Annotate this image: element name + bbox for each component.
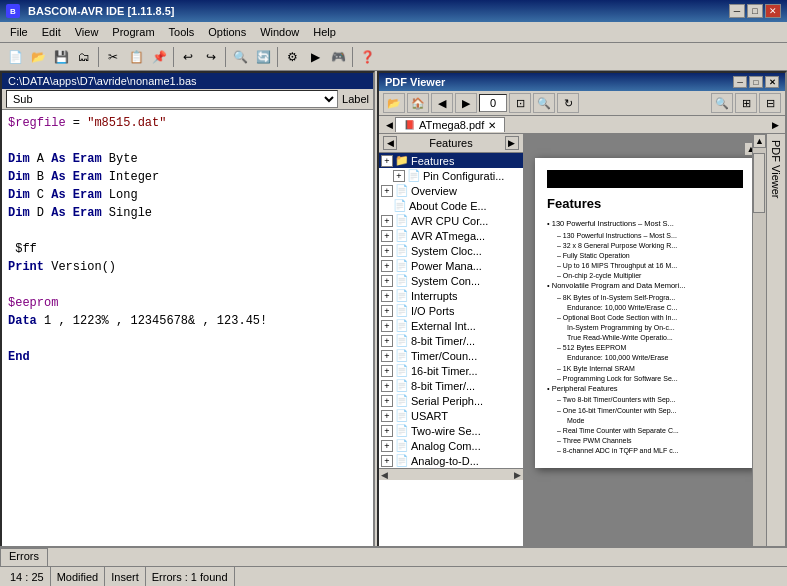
expand-icon-avratmega[interactable]: +	[381, 230, 393, 242]
pdf-vtrack[interactable]	[753, 148, 766, 559]
expand-icon-sysconfig[interactable]: +	[381, 275, 393, 287]
expand-icon-twowire[interactable]: +	[381, 425, 393, 437]
tree-arrow-left[interactable]: ◀	[381, 470, 388, 480]
menu-options[interactable]: Options	[202, 24, 252, 40]
expand-icon-interrupts[interactable]: +	[381, 290, 393, 302]
expand-icon-usart[interactable]: +	[381, 410, 393, 422]
pdf-zoom-width-btn[interactable]: ⊞	[735, 93, 757, 113]
pdf-tab-close[interactable]: ✕	[488, 120, 496, 131]
expand-icon-timerctr[interactable]: +	[381, 350, 393, 362]
tree-item-power[interactable]: + 📄 Power Mana...	[379, 258, 523, 273]
pdf-maximize[interactable]: □	[749, 76, 763, 88]
redo-button[interactable]: ↪	[200, 46, 222, 68]
tree-item-features[interactable]: + 📁 Features	[379, 153, 523, 168]
menu-help[interactable]: Help	[307, 24, 342, 40]
tree-item-ioports[interactable]: + 📄 I/O Ports	[379, 303, 523, 318]
tree-item-adc[interactable]: + 📄 Analog-to-D...	[379, 453, 523, 468]
pdf-vthumb[interactable]	[753, 153, 765, 213]
pdf-page-area[interactable]: ▲ Features • 130 Powerful Instructions –…	[524, 134, 766, 559]
expand-icon-extint[interactable]: +	[381, 320, 393, 332]
menu-tools[interactable]: Tools	[163, 24, 201, 40]
expand-icon-analogcomp[interactable]: +	[381, 440, 393, 452]
tree-item-extint[interactable]: + 📄 External Int...	[379, 318, 523, 333]
expand-icon-adc[interactable]: +	[381, 455, 393, 467]
expand-icon-timer8a[interactable]: +	[381, 335, 393, 347]
menu-file[interactable]: File	[4, 24, 34, 40]
expand-icon-power[interactable]: +	[381, 260, 393, 272]
tree-item-sysclock[interactable]: + 📄 System Cloc...	[379, 243, 523, 258]
save-button[interactable]: 💾	[50, 46, 72, 68]
tab-scroll-left[interactable]: ◀	[383, 118, 395, 132]
cut-button[interactable]: ✂	[102, 46, 124, 68]
tree-arrow-right[interactable]: ▶	[514, 470, 521, 480]
new-button[interactable]: 📄	[4, 46, 26, 68]
expand-icon-ioports[interactable]: +	[381, 305, 393, 317]
open-button[interactable]: 📂	[27, 46, 49, 68]
undo-button[interactable]: ↩	[177, 46, 199, 68]
tree-back-btn[interactable]: ◀	[383, 136, 397, 150]
help-button[interactable]: ❓	[356, 46, 378, 68]
tree-item-pin[interactable]: + 📄 Pin Configurati...	[379, 168, 523, 183]
tree-forward-btn[interactable]: ▶	[505, 136, 519, 150]
search-button[interactable]: 🔍	[229, 46, 251, 68]
compile-button[interactable]: ⚙	[281, 46, 303, 68]
save-all-button[interactable]: 🗂	[73, 46, 95, 68]
pdf-zoom-in-btn[interactable]: 🔍	[533, 93, 555, 113]
tree-item-spi[interactable]: + 📄 Serial Periph...	[379, 393, 523, 408]
expand-icon-sysclock[interactable]: +	[381, 245, 393, 257]
menu-view[interactable]: View	[69, 24, 105, 40]
tree-item-interrupts[interactable]: + 📄 Interrupts	[379, 288, 523, 303]
tree-item-overview[interactable]: + 📄 Overview	[379, 183, 523, 198]
sub-select[interactable]: Sub	[6, 90, 338, 108]
pdf-rotate-btn[interactable]: ↻	[557, 93, 579, 113]
pdf-sidebar-tab[interactable]: PDF Viewer	[766, 134, 785, 573]
tree-item-timerctr[interactable]: + 📄 Timer/Coun...	[379, 348, 523, 363]
pdf-thumb-btn[interactable]: ⊟	[759, 93, 781, 113]
pdf-forward-btn[interactable]: ▶	[455, 93, 477, 113]
tree-item-analogcomp[interactable]: + 📄 Analog Com...	[379, 438, 523, 453]
tab-scroll-right[interactable]: ▶	[769, 118, 781, 132]
expand-icon-avrcpu[interactable]: +	[381, 215, 393, 227]
program-button[interactable]: ▶	[304, 46, 326, 68]
close-button[interactable]: ✕	[765, 4, 781, 18]
tree-item-usart[interactable]: + 📄 USART	[379, 408, 523, 423]
pdf-zoom-out-btn[interactable]: 🔍	[711, 93, 733, 113]
pdf-vscrollbar[interactable]: ▲ ▼	[752, 134, 766, 573]
pdf-back-btn[interactable]: ◀	[431, 93, 453, 113]
expand-icon-pin[interactable]: +	[393, 170, 405, 182]
maximize-button[interactable]: □	[747, 4, 763, 18]
menu-window[interactable]: Window	[254, 24, 305, 40]
minimize-button[interactable]: ─	[729, 4, 745, 18]
expand-icon-spi[interactable]: +	[381, 395, 393, 407]
expand-icon-features[interactable]: +	[381, 155, 393, 167]
pdf-page-input[interactable]	[479, 94, 507, 112]
menu-program[interactable]: Program	[106, 24, 160, 40]
window-controls: ─ □ ✕	[729, 4, 781, 18]
errors-tab[interactable]: Errors	[0, 548, 48, 566]
expand-icon-overview[interactable]: +	[381, 185, 393, 197]
replace-button[interactable]: 🔄	[252, 46, 274, 68]
simulate-button[interactable]: 🎮	[327, 46, 349, 68]
tree-item-aboutcode[interactable]: 📄 About Code E...	[379, 198, 523, 213]
pdf-close[interactable]: ✕	[765, 76, 779, 88]
expand-icon-timer16[interactable]: +	[381, 365, 393, 377]
pdf-home-btn[interactable]: 🏠	[407, 93, 429, 113]
tree-item-avrcpu[interactable]: + 📄 AVR CPU Cor...	[379, 213, 523, 228]
pdf-open-btn[interactable]: 📂	[383, 93, 405, 113]
tree-item-twowire[interactable]: + 📄 Two-wire Se...	[379, 423, 523, 438]
tree-item-sysconfig[interactable]: + 📄 System Con...	[379, 273, 523, 288]
pdf-zoom-fit-btn[interactable]: ⊡	[509, 93, 531, 113]
pdf-tab-atmega8[interactable]: 📕 ATmega8.pdf ✕	[395, 117, 505, 132]
tree-item-avratmega[interactable]: + 📄 AVR ATmega...	[379, 228, 523, 243]
code-content[interactable]: $regfile = "m8515.dat" Dim A As Eram Byt…	[2, 110, 373, 561]
menu-edit[interactable]: Edit	[36, 24, 67, 40]
copy-button[interactable]: 📋	[125, 46, 147, 68]
pdf-scroll-up-btn[interactable]: ▲	[753, 134, 766, 148]
pdf-minimize[interactable]: ─	[733, 76, 747, 88]
expand-icon-timer8b[interactable]: +	[381, 380, 393, 392]
tree-item-timer8a[interactable]: + 📄 8-bit Timer/...	[379, 333, 523, 348]
tree-scroll-area[interactable]: + 📁 Features + 📄 Pin Configurati... + 📄 …	[379, 153, 523, 468]
paste-button[interactable]: 📌	[148, 46, 170, 68]
tree-item-timer16[interactable]: + 📄 16-bit Timer...	[379, 363, 523, 378]
tree-item-timer8b[interactable]: + 📄 8-bit Timer/...	[379, 378, 523, 393]
